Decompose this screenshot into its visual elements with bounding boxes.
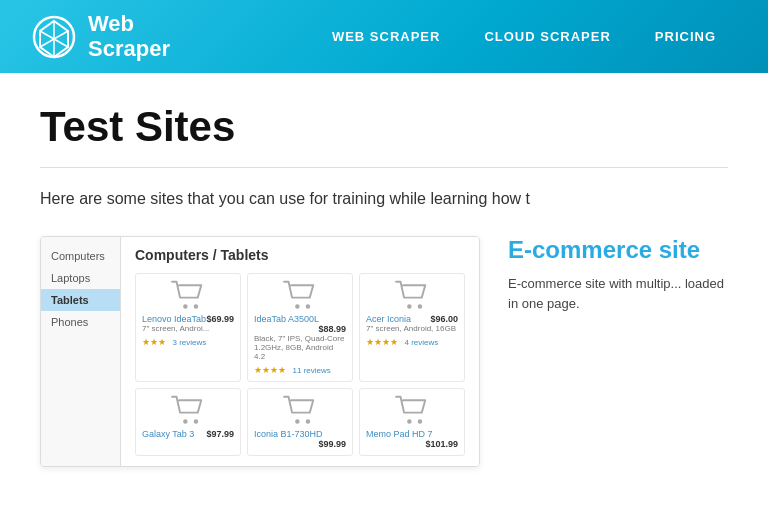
product-price-5: $99.99: [318, 439, 346, 449]
svg-point-13: [295, 419, 299, 423]
product-desc-1: 7" screen, Androi...: [142, 324, 234, 333]
product-reviews-3[interactable]: 4 reviews: [405, 338, 439, 347]
product-price-6: $101.99: [425, 439, 458, 449]
sidebar: Computers Laptops Tablets Phones: [41, 237, 121, 466]
sidebar-item-laptops[interactable]: Laptops: [41, 267, 120, 289]
divider: [40, 167, 728, 168]
product-card: Iconia B1-730HD $99.99: [247, 388, 353, 456]
cart-icon-2: [254, 280, 346, 310]
intro-text: Here are some sites that you can use for…: [40, 190, 728, 208]
panel-title: Computers / Tablets: [135, 247, 465, 263]
cart-icon-3: [366, 280, 458, 310]
svg-point-15: [407, 419, 411, 423]
main-content: Test Sites Here are some sites that you …: [0, 73, 768, 497]
svg-point-7: [295, 304, 299, 308]
page-title: Test Sites: [40, 103, 728, 151]
product-card: Acer Iconia $96.00 7" screen, Android, 1…: [359, 273, 465, 382]
product-card: Memo Pad HD 7 $101.99: [359, 388, 465, 456]
cart-icon-5: [254, 395, 346, 425]
content-row: Computers Laptops Tablets Phones Compute…: [40, 236, 728, 467]
product-reviews-1[interactable]: 3 reviews: [173, 338, 207, 347]
ecommerce-desc: E-commerce site E-commerce site with mul…: [508, 236, 728, 313]
product-card: Lenovo IdeaTab $69.99 7" screen, Androi.…: [135, 273, 241, 382]
product-reviews-2[interactable]: 11 reviews: [293, 366, 331, 375]
svg-point-10: [418, 304, 422, 308]
product-price-1: $69.99: [206, 314, 234, 324]
product-name-4[interactable]: Galaxy Tab 3: [142, 429, 194, 439]
ecommerce-text: E-commerce site with multip... loaded in…: [508, 274, 728, 313]
sidebar-item-phones[interactable]: Phones: [41, 311, 120, 333]
product-card: Galaxy Tab 3 $97.99: [135, 388, 241, 456]
product-price-3: $96.00: [430, 314, 458, 324]
svg-point-9: [407, 304, 411, 308]
product-stars-3: ★★★★: [366, 337, 398, 347]
product-name-5[interactable]: Iconia B1-730HD: [254, 429, 323, 439]
cart-icon-4: [142, 395, 234, 425]
sidebar-item-computers[interactable]: Computers: [41, 245, 120, 267]
product-desc-3: 7" screen, Android, 16GB: [366, 324, 458, 333]
cart-icon-1: [142, 280, 234, 310]
svg-point-8: [306, 304, 310, 308]
product-stars-2: ★★★★: [254, 365, 286, 375]
logo-area: Web Scraper: [30, 12, 170, 60]
cart-icon-6: [366, 395, 458, 425]
ecommerce-title: E-commerce site: [508, 236, 728, 264]
product-desc-2: Black, 7" IPS, Quad-Core 1.2GHz, 8GB, An…: [254, 334, 346, 361]
nav-web-scraper[interactable]: WEB SCRAPER: [310, 0, 463, 73]
svg-point-12: [194, 419, 198, 423]
product-name-1[interactable]: Lenovo IdeaTab: [142, 314, 206, 324]
svg-point-14: [306, 419, 310, 423]
main-nav: WEB SCRAPER CLOUD SCRAPER PRICING: [310, 0, 738, 73]
product-name-6[interactable]: Memo Pad HD 7: [366, 429, 433, 439]
product-card: IdeaTab A3500L $88.99 Black, 7" IPS, Qua…: [247, 273, 353, 382]
svg-point-16: [418, 419, 422, 423]
product-name-2[interactable]: IdeaTab A3500L: [254, 314, 319, 324]
logo-text: Web Scraper: [88, 12, 170, 60]
svg-point-6: [194, 304, 198, 308]
nav-cloud-scraper[interactable]: CLOUD SCRAPER: [462, 0, 632, 73]
nav-pricing[interactable]: PRICING: [633, 0, 738, 73]
product-stars-1: ★★★: [142, 337, 166, 347]
logo-icon: [30, 13, 78, 61]
product-name-3[interactable]: Acer Iconia: [366, 314, 411, 324]
svg-point-5: [183, 304, 187, 308]
site-demo: Computers Laptops Tablets Phones Compute…: [40, 236, 480, 467]
svg-point-11: [183, 419, 187, 423]
header: Web Scraper WEB SCRAPER CLOUD SCRAPER PR…: [0, 0, 768, 73]
product-price-4: $97.99: [206, 429, 234, 439]
product-price-2: $88.99: [318, 324, 346, 334]
product-grid: Lenovo IdeaTab $69.99 7" screen, Androi.…: [135, 273, 465, 456]
product-panel: Computers / Tablets Lenovo IdeaTab: [121, 237, 479, 466]
sidebar-item-tablets[interactable]: Tablets: [41, 289, 120, 311]
